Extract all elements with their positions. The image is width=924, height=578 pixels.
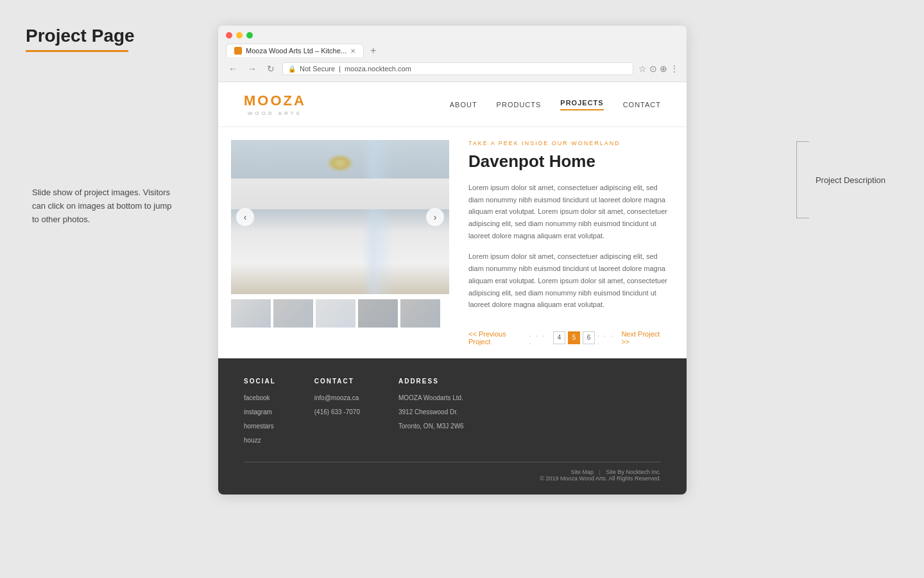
page-4[interactable]: 4 (553, 331, 565, 344)
social-houzz[interactable]: houzz (244, 435, 276, 446)
nav-links: ABOUT PRODUCTS PROJECTS CONTACT (450, 99, 661, 110)
slide-show-annotation: Slide show of project images. Visitors c… (32, 186, 173, 226)
project-text-1: Lorem ipsum dolor sit amet, consectetuer… (468, 182, 667, 241)
close-dot[interactable] (226, 32, 232, 39)
site-nav: MOOZA WOOD ARTS ABOUT PRODUCTS PROJECTS … (218, 82, 687, 127)
page-5-active[interactable]: 5 (568, 331, 580, 344)
tab-favicon (234, 47, 242, 55)
dots-left: . . . . (529, 330, 551, 346)
footer-address: ADDRESS MOOZA Woodarts Ltd. 3912 Chesswo… (398, 378, 464, 449)
thumbnail-3[interactable] (316, 299, 355, 328)
project-description: TAKE A PEEK INSIDE OUR WONERLAND Davenpo… (449, 127, 687, 358)
kitchen-overlay (231, 140, 449, 294)
nav-projects[interactable]: PROJECTS (560, 99, 603, 110)
left-annotation: Project Page (26, 26, 135, 52)
footer-divider: | (599, 469, 601, 475)
dots-right: . . . . (597, 330, 619, 346)
nav-about[interactable]: ABOUT (450, 101, 477, 109)
prev-image-button[interactable]: ‹ (236, 208, 254, 226)
contact-email[interactable]: info@mooza.ca (314, 392, 360, 404)
project-subtitle: TAKE A PEEK INSIDE OUR WONERLAND (468, 140, 667, 146)
profile-icon[interactable]: ⊕ (660, 64, 667, 74)
menu-icon[interactable]: ⋮ (670, 64, 679, 74)
browser-dots (226, 32, 679, 39)
maximize-dot[interactable] (246, 32, 253, 39)
refresh-button[interactable]: ↻ (264, 62, 277, 75)
url-text: mooza.nocktech.com (345, 65, 411, 73)
browser-chrome: Mooza Wood Arts Ltd – Kitche... ✕ + ← → … (218, 26, 687, 82)
footer-bottom: Site Map | Site By Nocktech Inc. © 2019 … (244, 462, 661, 482)
right-annotation: Project Description (796, 141, 886, 218)
security-icon: 🔒 (288, 66, 296, 73)
logo-text: MOOZA (244, 92, 306, 109)
social-homestars[interactable]: homestars (244, 421, 276, 432)
project-text-2: Lorem ipsum dolor sit amet, consectetuer… (468, 250, 667, 310)
project-title: Davenpot Home (468, 152, 667, 171)
address-heading: ADDRESS (398, 378, 464, 385)
thumbnail-4[interactable] (358, 299, 398, 328)
logo-subtitle: WOOD ARTS (244, 110, 306, 116)
address-company: MOOZA Woodarts Ltd. (398, 392, 464, 404)
contact-phone[interactable]: (416) 633 -7070 (314, 407, 360, 418)
copyright-text: © 2019 Mooza Wood Arts. All Rights Reser… (540, 475, 661, 482)
gallery-section: ‹ › (218, 127, 449, 358)
site-footer: SOCIAL facebook instagram homestars houz… (218, 358, 687, 495)
website-content: MOOZA WOOD ARTS ABOUT PRODUCTS PROJECTS … (218, 82, 687, 495)
kitchen-photo (231, 140, 449, 294)
title-underline (26, 50, 128, 52)
forward-button[interactable]: → (245, 62, 259, 75)
minimize-dot[interactable] (236, 32, 243, 39)
social-instagram[interactable]: instagram (244, 407, 276, 418)
browser-action-icons: ☆ ⊙ ⊕ ⋮ (638, 64, 679, 74)
browser-window: Mooza Wood Arts Ltd – Kitche... ✕ + ← → … (218, 26, 687, 495)
nav-products[interactable]: PRODUCTS (497, 101, 542, 109)
logo[interactable]: MOOZA WOOD ARTS (244, 92, 306, 116)
social-heading: SOCIAL (244, 378, 276, 385)
url-bar[interactable]: 🔒 Not Secure | mooza.nocktech.com (282, 62, 633, 75)
main-image: ‹ › (231, 140, 449, 294)
url-secure-label: Not Secure (300, 65, 335, 73)
contact-heading: CONTACT (314, 378, 360, 385)
pagination: << Previous Project . . . . 4 5 6 . . . … (468, 330, 667, 346)
nav-contact[interactable]: CONTACT (623, 101, 661, 109)
site-main: ‹ › TAKE A PEEK INSIDE OUR WONERLAND Dav… (218, 127, 687, 358)
tab-title: Mooza Wood Arts Ltd – Kitche... (246, 47, 346, 55)
tab-bar: Mooza Wood Arts Ltd – Kitche... ✕ + (226, 44, 679, 57)
prev-project-link[interactable]: << Previous Project (468, 330, 527, 346)
bookmark-icon[interactable]: ☆ (638, 64, 647, 74)
new-tab-button[interactable]: + (366, 45, 380, 57)
url-separator: | (339, 65, 341, 73)
back-button[interactable]: ← (226, 62, 240, 75)
address-city: Toronto, ON, M3J 2W6 (398, 421, 464, 432)
sitemap-link[interactable]: Site Map (571, 469, 594, 475)
extension-icon[interactable]: ⊙ (649, 64, 657, 74)
address-bar: ← → ↻ 🔒 Not Secure | mooza.nocktech.com … (226, 62, 679, 75)
next-project-link[interactable]: Next Project >> (621, 330, 667, 346)
address-street: 3912 Chesswood Dr. (398, 407, 464, 418)
siteby-text: Site By Nocktech Inc. (606, 469, 661, 475)
page-6[interactable]: 6 (583, 331, 595, 344)
bracket-decoration (796, 141, 809, 218)
page-title: Project Page (26, 26, 135, 46)
thumbnail-2[interactable] (273, 299, 313, 328)
tab-close-button[interactable]: ✕ (350, 48, 355, 55)
next-image-button[interactable]: › (426, 208, 444, 226)
thumbnail-5[interactable] (400, 299, 440, 328)
project-description-label: Project Description (816, 175, 886, 185)
footer-contact: CONTACT info@mooza.ca (416) 633 -7070 (314, 378, 360, 449)
footer-columns: SOCIAL facebook instagram homestars houz… (244, 378, 661, 449)
social-facebook[interactable]: facebook (244, 392, 276, 404)
active-tab[interactable]: Mooza Wood Arts Ltd – Kitche... ✕ (226, 44, 364, 57)
thumbnail-row (231, 299, 449, 328)
footer-social: SOCIAL facebook instagram homestars houz… (244, 378, 276, 449)
thumbnail-1[interactable] (231, 299, 271, 328)
